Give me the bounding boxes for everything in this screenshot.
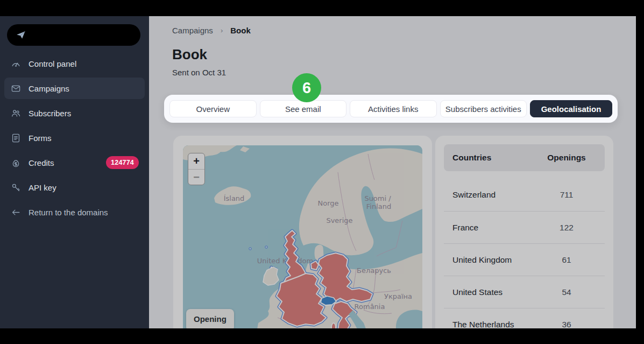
- envelope-icon: [10, 83, 21, 94]
- tour-dim-overlay: [149, 16, 636, 328]
- sidebar-item-campaigns[interactable]: Campaigns: [4, 78, 145, 99]
- sidebar-item-api-key[interactable]: API key: [4, 177, 145, 198]
- campaign-tabbar: Overview See email Activities links Subs…: [164, 95, 618, 123]
- tour-step-badge: 6: [292, 73, 321, 102]
- sidebar-item-label: Forms: [29, 134, 52, 143]
- logo[interactable]: [7, 24, 140, 46]
- credits-badge: 124774: [106, 156, 139, 169]
- sidebar-item-label: Credits: [29, 158, 54, 167]
- tab-see-email[interactable]: See email: [260, 100, 347, 117]
- sidebar: Control panel Campaigns Subscribers Form…: [0, 16, 149, 328]
- sidebar-item-label: API key: [29, 183, 56, 192]
- sidebar-item-label: Campaigns: [29, 84, 69, 93]
- tab-subscribers-activities[interactable]: Subscribers activities: [440, 100, 527, 117]
- sidebar-item-subscribers[interactable]: Subscribers: [4, 102, 145, 124]
- sidebar-item-return-domains[interactable]: Return to the domains: [4, 201, 145, 223]
- sidebar-item-label: Return to the domains: [29, 208, 108, 217]
- money-bag-icon: [10, 157, 21, 168]
- sidebar-item-credits[interactable]: Credits 124774: [4, 152, 145, 173]
- sidebar-item-forms[interactable]: Forms: [4, 127, 145, 149]
- key-icon: [10, 182, 21, 193]
- app-window: Control panel Campaigns Subscribers Form…: [0, 16, 636, 328]
- tab-geolocalisation[interactable]: Geolocalisation: [530, 100, 612, 117]
- sidebar-nav: Control panel Campaigns Subscribers Form…: [0, 48, 149, 223]
- main-content: Campaigns › Book Book Sent on Oct 31 Ove…: [149, 16, 636, 328]
- arrow-left-icon: [10, 207, 21, 217]
- paper-plane-icon: [16, 30, 26, 40]
- gauge-icon: [10, 58, 21, 69]
- tab-activities-links[interactable]: Activities links: [350, 100, 437, 117]
- users-icon: [10, 108, 21, 118]
- document-icon: [10, 132, 21, 143]
- sidebar-item-label: Control panel: [29, 59, 76, 68]
- sidebar-item-label: Subscribers: [29, 109, 71, 118]
- tab-overview[interactable]: Overview: [169, 100, 257, 117]
- sidebar-item-control-panel[interactable]: Control panel: [4, 53, 145, 74]
